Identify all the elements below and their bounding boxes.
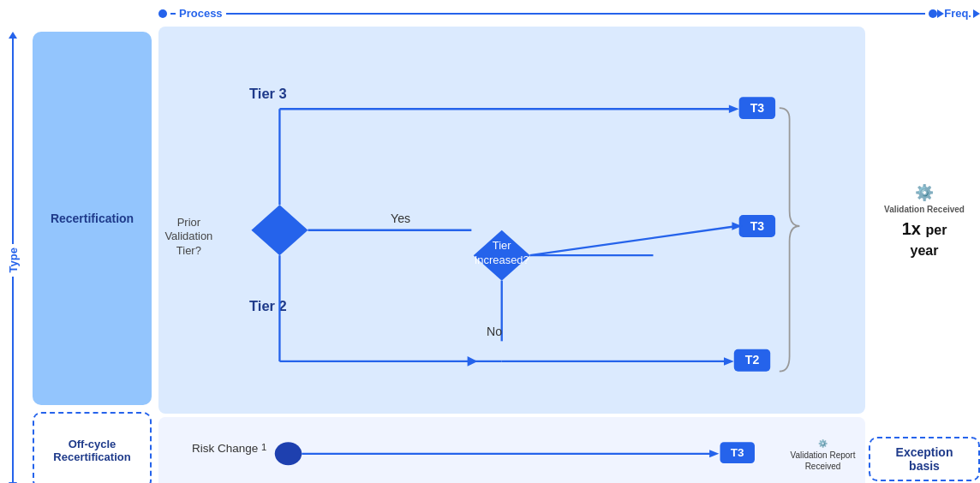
validation-received-label: Validation Received — [884, 204, 965, 215]
freq-bottom: Exception basis — [869, 420, 980, 483]
freq-end-dot — [929, 9, 937, 18]
t3-badge-top-label: T3 — [750, 101, 765, 115]
freq-value: 1x peryear — [902, 218, 947, 259]
process-header: Process — [179, 7, 223, 20]
exception-label: Exception basis — [896, 445, 953, 473]
type-label: Type — [7, 247, 20, 272]
prior-validation-label-line1: Prior — [177, 216, 201, 229]
diagram-column: Tier 3 Prior Validation Tier? Tier 2 — [158, 23, 869, 483]
bottom-diagram: Risk Change 1 T3 ⚙️ Validation Report Re… — [158, 417, 865, 483]
t2-badge-label: T2 — [745, 353, 760, 367]
validation-report-area: ⚙️ Validation Report Received — [782, 439, 863, 472]
tier3-label: Tier 3 — [249, 86, 287, 101]
bottom-arrowhead — [709, 450, 719, 457]
freq-column: ⚙️ Validation Received 1x peryear Except… — [869, 23, 980, 483]
tier-increased-line2: Increased? — [475, 253, 529, 266]
recertification-label: Recertification — [51, 212, 134, 225]
type-column: Type — [0, 23, 26, 483]
top-diagram: Tier 3 Prior Validation Tier? Tier 2 — [158, 27, 865, 414]
tier-inc-yes-right — [530, 226, 738, 255]
process-label: Process — [179, 7, 223, 20]
prior-validation-diamond — [251, 205, 308, 255]
process-start-dot — [158, 9, 167, 18]
prior-validation-label-line2: Validation — [164, 230, 212, 242]
recert-column: Recertification Off-cycleRecertification — [26, 23, 158, 483]
t3-badge-middle-label: T3 — [750, 219, 765, 233]
bottom-diagram-svg: Risk Change 1 T3 — [158, 417, 865, 483]
tier3-arrowhead — [729, 105, 739, 113]
yes-label: Yes — [391, 212, 410, 225]
tier2-label: Tier 2 — [249, 298, 287, 313]
brace-line — [780, 108, 800, 372]
validation-report-icon: ⚙️ — [818, 439, 828, 448]
freq-label: Freq. — [944, 7, 971, 20]
freq-header: Freq. — [944, 7, 971, 20]
recertification-box: Recertification — [33, 32, 152, 405]
top-diagram-svg: Tier 3 Prior Validation Tier? Tier 2 — [158, 27, 865, 414]
risk-change-text: Risk Change — [192, 441, 258, 454]
prior-validation-label-line3: Tier? — [176, 244, 201, 257]
header-row: Process Freq. — [0, 0, 980, 23]
exception-box: Exception basis — [869, 437, 980, 481]
validation-received-icon: ⚙️ — [915, 183, 934, 202]
offcycle-recertification-box: Off-cycleRecertification — [33, 412, 152, 483]
offcycle-label: Off-cycleRecertification — [53, 438, 130, 463]
t2-arrowhead — [724, 357, 734, 365]
freq-top: ⚙️ Validation Received 1x peryear — [884, 23, 965, 420]
risk-change-superscript: 1 — [261, 442, 266, 452]
t3-badge-bottom-label: T3 — [731, 446, 744, 459]
validation-report-label: Validation Report Received — [782, 450, 863, 472]
page-container: Process Freq. Type Recertification — [0, 0, 980, 483]
risk-change-pill — [275, 442, 302, 465]
no-label: No — [487, 325, 502, 338]
tier-increased-line1: Tier — [493, 239, 512, 252]
main-content: Type Recertification Off-cycleRecertific… — [0, 23, 980, 483]
